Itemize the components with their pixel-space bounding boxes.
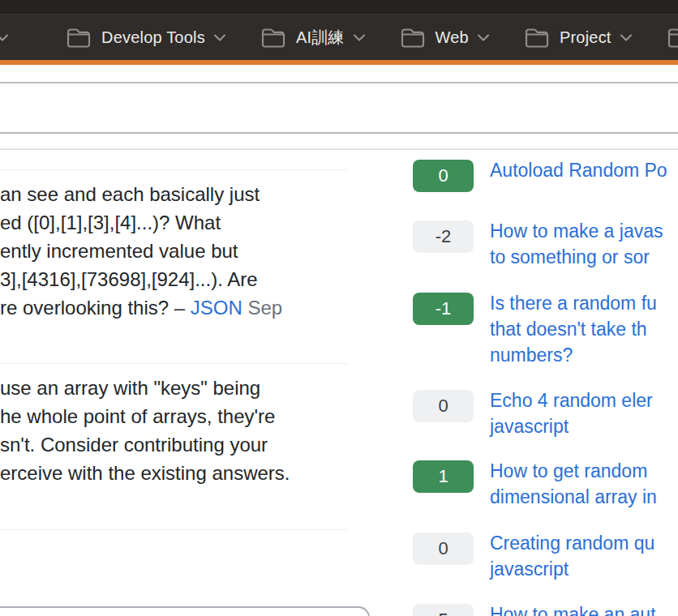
question-title-line: Is there a random fu [490, 290, 678, 316]
score-badge: -1 [413, 293, 474, 325]
comment-author-link[interactable]: JSON [191, 297, 242, 319]
question-title-line: that doesn't take th [490, 316, 678, 342]
comment: use an array with "keys" being he whole … [0, 374, 357, 487]
question-title-line: to something or sor [490, 244, 678, 270]
score-badge: 5 [413, 604, 474, 616]
comment-text-line: ed ([0],[1],[3],[4]...)? What [0, 208, 357, 237]
bookmark-folder-develop-tools[interactable]: Develop Tools [67, 28, 225, 48]
question-link[interactable]: Autoload Random Po [490, 157, 678, 183]
comment-divider [0, 529, 347, 530]
comment-text-line: an see and each basically just [0, 180, 357, 208]
comment-date: Sep [247, 297, 282, 319]
chrome-divider [0, 82, 678, 83]
comment-text-line: use an array with "keys" being [0, 374, 357, 402]
comment-text-line: re overlooking this? – JSON Sep [0, 293, 357, 322]
question-title-line: How to make an aut [490, 601, 678, 616]
question-title-line: How to get random [490, 458, 678, 484]
question-title-line: How to make a javas [490, 218, 678, 244]
question-title-line: Autoload Random Po [490, 157, 678, 183]
bookmark-folder-partial-right[interactable]: T [667, 28, 678, 48]
chevron-down-icon [0, 34, 8, 41]
folder-icon [67, 28, 91, 48]
folder-icon [261, 28, 285, 48]
question-title-line: numbers? [490, 342, 678, 368]
chevron-down-icon [620, 34, 632, 41]
question-title-line: javascript [490, 413, 678, 439]
chevron-down-icon [214, 34, 225, 41]
add-comment-input[interactable] [0, 606, 370, 616]
comment-text-line: he whole point of arrays, they're [0, 402, 357, 430]
comment-text-line: sn't. Consider contributing your [0, 430, 357, 459]
comment-divider [0, 363, 347, 364]
subheader-divider [0, 148, 678, 150]
accent-bar [0, 60, 678, 65]
question-link[interactable]: How to get random dimensional array in [490, 458, 678, 510]
folder-icon [525, 28, 549, 48]
browser-window: Develop Tools AI訓練 Web Project T an see [0, 0, 678, 616]
comment-text-fragment: re overlooking this? – [0, 297, 191, 319]
window-titlebar [0, 0, 678, 14]
bookmark-label: Project [560, 28, 611, 47]
bookmark-folder-web[interactable]: Web [401, 28, 489, 48]
question-title-line: dimensional array in [490, 484, 678, 510]
comment-text-line: ently incremented value but [0, 237, 357, 265]
comment-divider [0, 169, 347, 170]
score-badge: -2 [413, 220, 474, 253]
question-link[interactable]: How to make a javas to something or sor [490, 218, 678, 270]
question-title-line: Echo 4 random eler [490, 387, 678, 413]
question-title-line: javascript [490, 556, 678, 582]
comment-text-line: erceive with the existing answers. [0, 459, 357, 487]
score-badge: 0 [413, 390, 474, 422]
chevron-down-icon [354, 34, 365, 41]
comment-text-line: 3],[4316],[73698],[924]...). Are [0, 265, 357, 293]
score-badge: 0 [413, 533, 474, 565]
bookmark-folder-ai-training[interactable]: AI訓練 [261, 27, 365, 49]
bookmark-folder-project[interactable]: Project [525, 28, 632, 48]
question-link[interactable]: Is there a random fu that doesn't take t… [490, 290, 678, 368]
bookmark-partial-left[interactable] [0, 34, 8, 41]
chevron-down-icon [478, 34, 489, 41]
header-divider [0, 132, 678, 134]
question-link[interactable]: Echo 4 random eler javascript [490, 387, 678, 439]
score-badge: 0 [413, 160, 474, 192]
bookmark-label: AI訓練 [296, 27, 345, 49]
question-title-line: Creating random qu [490, 530, 678, 556]
bookmark-label: Web [436, 28, 469, 47]
bookmark-label: Develop Tools [101, 28, 205, 47]
comment: an see and each basically just ed ([0],[… [0, 180, 357, 322]
question-link[interactable]: How to make an aut [490, 601, 678, 616]
score-badge: 1 [413, 460, 474, 493]
folder-icon [667, 28, 678, 48]
folder-icon [401, 28, 425, 48]
question-link[interactable]: Creating random qu javascript [490, 530, 678, 582]
bookmarks-bar: Develop Tools AI訓練 Web Project T [0, 14, 678, 60]
